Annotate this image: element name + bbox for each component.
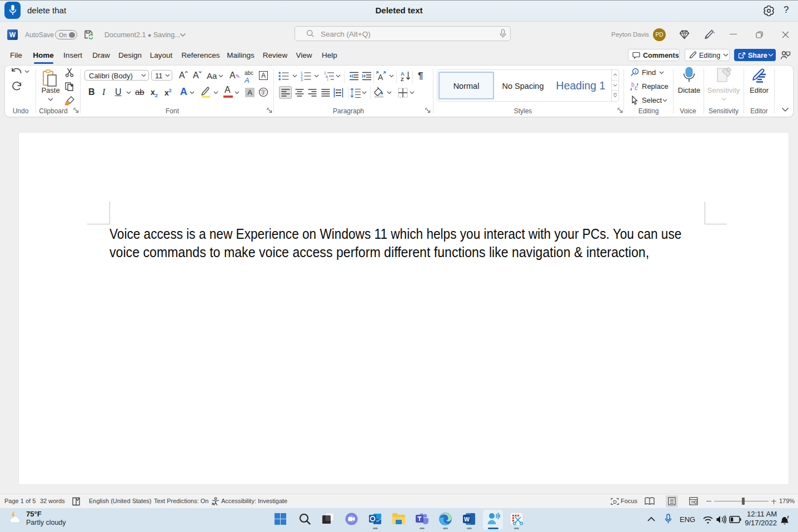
svg-text:3: 3 [301, 78, 303, 81]
svg-text:Z: Z [401, 77, 404, 82]
svg-text:i: i [327, 78, 328, 81]
svg-text:c: c [635, 85, 637, 91]
svg-text:z: z [787, 515, 789, 519]
svg-text:W: W [9, 31, 16, 39]
svg-text:i: i [695, 500, 696, 504]
svg-text:D: D [613, 499, 617, 505]
svg-text:A: A [401, 71, 405, 77]
svg-text:A: A [378, 73, 383, 81]
svg-text:字: 字 [261, 89, 266, 96]
svg-text:i: i [635, 69, 636, 74]
svg-text:W: W [464, 516, 470, 523]
